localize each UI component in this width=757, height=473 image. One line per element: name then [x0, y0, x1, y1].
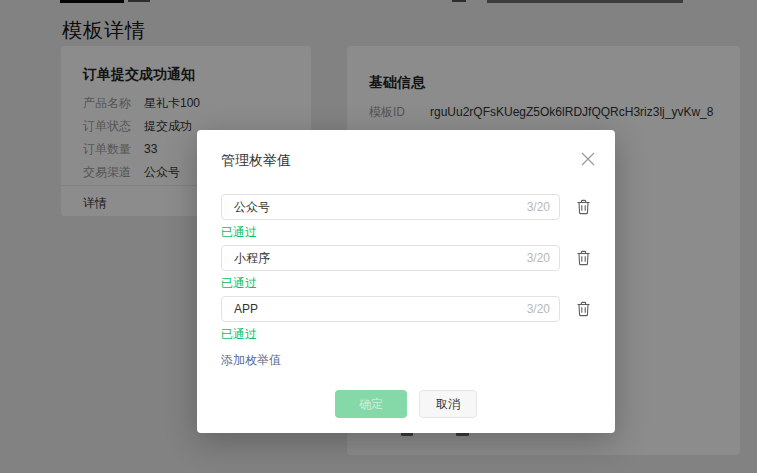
- dialog-footer: 确定 取消: [221, 390, 591, 418]
- cancel-button[interactable]: 取消: [419, 390, 477, 418]
- enum-input-wrap: 3/20: [221, 194, 560, 220]
- enum-input-wrap: 3/20: [221, 296, 560, 322]
- close-icon[interactable]: [578, 149, 598, 169]
- enum-value-input[interactable]: [221, 194, 560, 220]
- dialog-title: 管理枚举值: [221, 152, 591, 168]
- manage-enum-dialog: 管理枚举值 3/20 已通过: [197, 130, 615, 433]
- status-badge: 已通过: [221, 276, 591, 290]
- enum-row: 3/20: [221, 194, 591, 220]
- template-detail-page: 模板详情 订单提交成功通知 产品名称 星礼卡100 订单状态 提交成功 订单数量…: [0, 0, 757, 473]
- trash-icon[interactable]: [576, 199, 591, 215]
- enum-row: 3/20: [221, 296, 591, 322]
- enum-value-input[interactable]: [221, 296, 560, 322]
- confirm-button[interactable]: 确定: [335, 390, 407, 418]
- trash-icon[interactable]: [576, 250, 591, 266]
- trash-icon[interactable]: [576, 301, 591, 317]
- enum-input-wrap: 3/20: [221, 245, 560, 271]
- status-badge: 已通过: [221, 225, 591, 239]
- add-enum-link[interactable]: 添加枚举值: [221, 353, 281, 367]
- enum-value-input[interactable]: [221, 245, 560, 271]
- status-badge: 已通过: [221, 327, 591, 341]
- enum-row: 3/20: [221, 245, 591, 271]
